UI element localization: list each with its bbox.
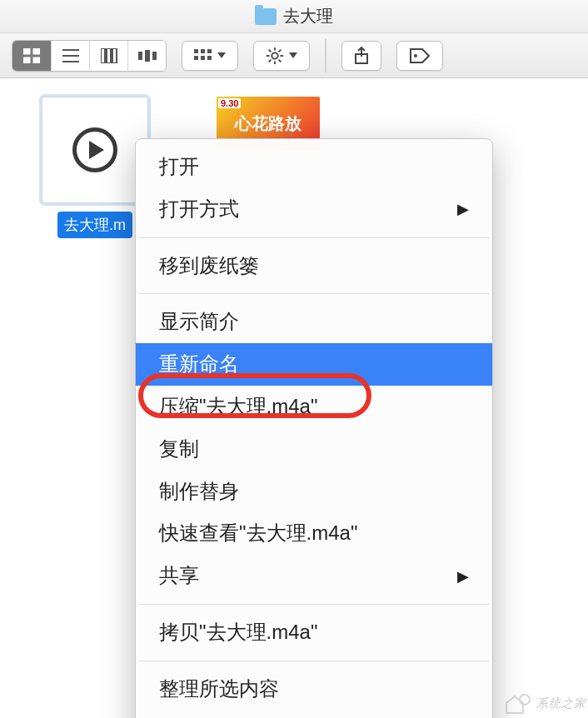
file-item-selected[interactable]: 去大理.m [42,97,148,242]
file-name-label[interactable]: 去大理.m [57,212,132,238]
icon-view-button[interactable] [12,41,51,71]
menu-duplicate[interactable]: 复制 [136,428,492,471]
svg-rect-15 [207,49,212,53]
column-view-button[interactable] [89,41,127,71]
folder-icon [255,8,277,25]
context-menu: 打开 打开方式▶ 移到废纸篓 显示简介 重新命名 压缩"去大理.m4a" 复制 … [135,138,493,718]
svg-point-19 [272,52,277,58]
svg-point-29 [414,54,417,57]
menu-divider [139,293,489,294]
svg-rect-1 [33,48,40,54]
menu-trash[interactable]: 移到废纸篓 [136,245,492,287]
svg-rect-14 [201,49,205,53]
svg-rect-0 [23,48,30,54]
svg-rect-18 [207,56,212,60]
svg-line-25 [279,59,282,62]
svg-rect-11 [145,50,150,62]
action-button[interactable] [253,41,310,71]
svg-rect-6 [62,61,79,62]
submenu-arrow-icon: ▶ [457,198,469,220]
svg-rect-17 [201,56,205,60]
svg-rect-16 [194,56,198,60]
menu-share[interactable]: 共享▶ [136,555,492,597]
svg-rect-8 [107,48,111,63]
menu-quick-look[interactable]: 快速查看"去大理.m4a" [136,512,492,555]
chevron-down-icon [289,52,297,58]
tag-icon [409,47,431,64]
toolbar-separator [325,39,326,72]
menu-divider [139,604,489,605]
svg-rect-3 [33,57,40,63]
menu-compress[interactable]: 压缩"去大理.m4a" [136,386,492,428]
file-browser-content[interactable]: 去大理.m 9.30 心花路放 打开 打开方式▶ 移到废纸篓 显示简介 重新命名… [0,78,588,718]
view-switcher [12,40,167,72]
arrange-button[interactable] [182,41,238,71]
svg-line-26 [269,59,272,62]
svg-rect-12 [152,52,157,60]
menu-get-info[interactable]: 显示简介 [136,301,492,343]
watermark: 系统之家 [503,691,586,716]
svg-point-30 [520,695,530,705]
menu-make-alias[interactable]: 制作替身 [136,471,492,513]
svg-rect-10 [138,52,142,60]
window-title: 去大理 [283,5,333,27]
menu-view-options[interactable]: 查看显示选项 [136,711,492,718]
svg-rect-4 [62,49,79,51]
menu-open[interactable]: 打开 [136,146,492,188]
svg-line-27 [279,49,282,52]
gear-icon [266,47,284,65]
menu-copy[interactable]: 拷贝"去大理.m4a" [136,611,492,654]
submenu-arrow-icon: ▶ [457,566,469,587]
svg-rect-13 [194,49,198,53]
toolbar [0,33,588,78]
window-titlebar: 去大理 [0,0,588,33]
svg-line-24 [269,49,272,52]
svg-rect-7 [101,48,105,63]
menu-open-with[interactable]: 打开方式▶ [136,188,492,231]
tags-button[interactable] [396,41,443,71]
svg-rect-5 [62,55,79,57]
share-button[interactable] [341,41,381,71]
list-view-button[interactable] [51,41,89,71]
coverflow-view-button[interactable] [127,41,166,71]
svg-rect-9 [112,48,117,63]
menu-rename[interactable]: 重新命名 [136,343,492,386]
play-icon [72,127,117,172]
poster-badge: 9.30 [218,98,241,108]
chevron-down-icon [217,52,226,58]
share-icon [354,47,369,65]
file-thumbnail [42,97,148,203]
menu-clean-up[interactable]: 整理所选内容 [136,668,492,711]
svg-rect-2 [23,57,30,63]
menu-divider [139,661,489,661]
menu-divider [139,237,489,238]
